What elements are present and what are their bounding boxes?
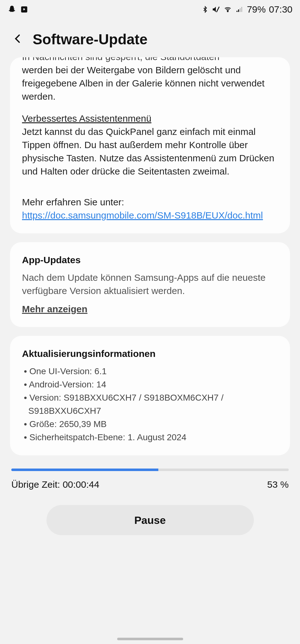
show-more-link[interactable]: Mehr anzeigen [22, 303, 87, 316]
changelog-clipped-line: In Nachrichten sind gesperrt, die Stando… [22, 57, 278, 64]
status-bar-left [8, 5, 28, 14]
signal-icon [236, 6, 244, 13]
info-oneui: • One UI-Version: 6.1 [22, 365, 278, 378]
changelog-card: In Nachrichten sind gesperrt, die Stando… [10, 57, 290, 233]
app-updates-title: App-Updates [22, 253, 278, 267]
svg-rect-4 [238, 9, 239, 12]
info-version: • Version: S918BXXU6CXH7 / S918BOXM6CXH7… [22, 391, 278, 418]
svg-rect-6 [241, 7, 242, 12]
update-info-card: Aktualisierungsinformationen • One UI-Ve… [10, 336, 290, 455]
more-info-prefix: Mehr erfahren Sie unter: [22, 197, 124, 207]
svg-line-1 [216, 7, 219, 12]
page-title: Software-Update [33, 31, 147, 48]
progress-fill [11, 469, 158, 471]
app-updates-card: App-Updates Nach dem Update können Samsu… [10, 242, 290, 327]
info-size: • Größe: 2650,39 MB [22, 418, 278, 431]
status-bar-right: 79% 07:30 [202, 4, 292, 15]
update-info-list: • One UI-Version: 6.1 • Android-Version:… [22, 365, 278, 444]
changelog-paragraph-1: werden bei der Weitergabe von Bildern ge… [22, 64, 278, 103]
info-patch: • Sicherheitspatch-Ebene: 1. August 2024 [22, 431, 278, 444]
progress-percent-label: 53 % [267, 479, 289, 490]
navigation-handle[interactable] [117, 638, 183, 640]
clock-time: 07:30 [269, 4, 292, 15]
svg-rect-3 [237, 11, 237, 12]
bluetooth-icon [202, 5, 209, 14]
changelog-heading: Verbessertes Assistentenmenü [22, 112, 278, 125]
pause-button[interactable]: Pause [46, 505, 254, 535]
wifi-icon [223, 6, 232, 13]
header: Software-Update [0, 19, 300, 57]
svg-point-2 [227, 11, 228, 12]
progress-bar [11, 469, 289, 471]
progress-section: Übrige Zeit: 00:00:44 53 % Pause [0, 469, 300, 535]
battery-percent: 79% [247, 4, 266, 15]
svg-rect-5 [240, 8, 241, 12]
status-bar: 79% 07:30 [0, 0, 300, 19]
app-notification-icon [20, 5, 28, 14]
back-icon[interactable] [13, 31, 26, 47]
update-info-title: Aktualisierungsinformationen [22, 347, 278, 360]
info-android: • Android-Version: 14 [22, 378, 278, 391]
mute-icon [212, 5, 220, 14]
changelog-paragraph-2: Jetzt kannst du das QuickPanel ganz einf… [22, 125, 278, 178]
changelog-link[interactable]: https://doc.samsungmobile.com/SM-S918B/E… [22, 210, 263, 220]
app-updates-body: Nach dem Update können Samsung-Apps auf … [22, 271, 278, 297]
remaining-time-label: Übrige Zeit: 00:00:44 [11, 479, 99, 490]
changelog-more-info: Mehr erfahren Sie unter: https://doc.sam… [22, 196, 278, 222]
snapchat-icon [8, 5, 16, 14]
